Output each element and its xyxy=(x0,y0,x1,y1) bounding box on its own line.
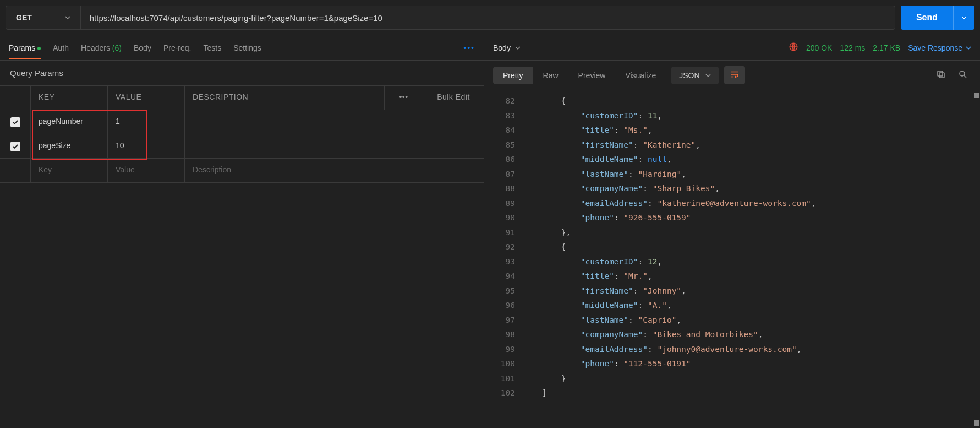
table-row-new[interactable]: Key Value Description xyxy=(0,159,484,183)
copy-icon[interactable] xyxy=(933,66,949,84)
send-button[interactable]: Send xyxy=(901,6,974,30)
request-pane: Params Auth Headers (6) Body Pre-req. Te… xyxy=(0,35,484,428)
param-value[interactable]: 1 xyxy=(108,110,185,134)
request-tabs: Params Auth Headers (6) Body Pre-req. Te… xyxy=(0,35,484,61)
chevron-down-icon xyxy=(961,15,967,20)
tab-body[interactable]: Body xyxy=(134,37,151,59)
view-preview[interactable]: Preview xyxy=(568,67,616,84)
row-actions[interactable]: ••• xyxy=(385,86,423,110)
param-desc[interactable] xyxy=(185,110,484,134)
save-response-button[interactable]: Save Response xyxy=(908,44,971,52)
query-params-title: Query Params xyxy=(0,61,484,85)
checkbox-checked-icon xyxy=(10,117,20,127)
method-label: GET xyxy=(16,13,32,22)
query-params-table: KEY VALUE DESCRIPTION ••• Bulk Edit page… xyxy=(0,85,484,183)
response-pane: Body 200 OK 122 ms 2.17 KB Save Response xyxy=(484,35,980,428)
response-body[interactable]: 8283848586878889909192939495969798991001… xyxy=(484,90,980,428)
response-time: 122 ms xyxy=(840,44,865,52)
tab-headers[interactable]: Headers (6) xyxy=(81,37,122,59)
modified-dot-icon xyxy=(37,47,41,50)
tab-tests[interactable]: Tests xyxy=(203,37,221,59)
chevron-down-icon xyxy=(515,45,521,51)
scroll-marker xyxy=(974,420,979,426)
view-pretty[interactable]: Pretty xyxy=(493,67,533,84)
code-content: { "customerID": 11, "title": "Ms.", "fir… xyxy=(523,90,816,428)
tab-auth[interactable]: Auth xyxy=(53,37,69,59)
param-key[interactable]: pageSize xyxy=(31,134,108,158)
chevron-down-icon xyxy=(966,45,971,51)
checkbox-checked-icon xyxy=(10,142,20,151)
key-placeholder[interactable]: Key xyxy=(31,159,108,182)
tab-settings[interactable]: Settings xyxy=(233,37,261,59)
url-input[interactable] xyxy=(81,6,895,29)
response-size: 2.17 KB xyxy=(873,44,900,52)
value-placeholder[interactable]: Value xyxy=(108,159,185,182)
response-header: Body 200 OK 122 ms 2.17 KB Save Response xyxy=(484,35,980,61)
chevron-down-icon xyxy=(705,73,711,78)
wrap-lines-button[interactable] xyxy=(724,66,745,84)
tab-prereq[interactable]: Pre-req. xyxy=(163,37,191,59)
table-header: KEY VALUE DESCRIPTION ••• Bulk Edit xyxy=(0,86,484,110)
view-mode-segment: Pretty Raw Preview Visualize xyxy=(493,67,666,84)
method-url-group: GET xyxy=(6,6,895,30)
method-select[interactable]: GET xyxy=(6,6,81,29)
chevron-down-icon xyxy=(65,15,70,20)
send-label: Send xyxy=(901,13,953,23)
request-bar: GET Send xyxy=(0,0,980,35)
table-row[interactable]: pageNumber1 xyxy=(0,110,484,134)
response-toolbar: Pretty Raw Preview Visualize JSON xyxy=(484,61,980,90)
table-row[interactable]: pageSize10 xyxy=(0,134,484,159)
param-desc[interactable] xyxy=(185,134,484,158)
param-key[interactable]: pageNumber xyxy=(31,110,108,134)
scroll-marker xyxy=(974,93,979,98)
format-select[interactable]: JSON xyxy=(671,67,718,84)
response-body-dropdown[interactable]: Body xyxy=(493,44,521,52)
checkbox-cell[interactable] xyxy=(0,134,31,158)
more-icon[interactable]: ••• xyxy=(463,44,475,52)
checkbox-cell[interactable] xyxy=(0,110,31,134)
svg-point-3 xyxy=(960,71,965,76)
bulk-edit-button[interactable]: Bulk Edit xyxy=(423,86,484,110)
line-gutter: 8283848586878889909192939495969798991001… xyxy=(484,90,523,428)
svg-rect-2 xyxy=(938,71,943,76)
desc-placeholder[interactable]: Description xyxy=(185,159,484,182)
param-value[interactable]: 10 xyxy=(108,134,185,158)
col-value: VALUE xyxy=(108,86,185,110)
view-raw[interactable]: Raw xyxy=(533,67,568,84)
tab-params[interactable]: Params xyxy=(9,37,41,59)
col-desc: DESCRIPTION xyxy=(185,86,385,110)
search-icon[interactable] xyxy=(955,66,971,84)
view-visualize[interactable]: Visualize xyxy=(615,67,666,84)
status-code: 200 OK xyxy=(806,44,832,52)
send-dropdown[interactable] xyxy=(953,6,974,30)
col-key: KEY xyxy=(31,86,108,110)
network-icon[interactable] xyxy=(789,42,798,53)
svg-rect-1 xyxy=(939,73,944,78)
